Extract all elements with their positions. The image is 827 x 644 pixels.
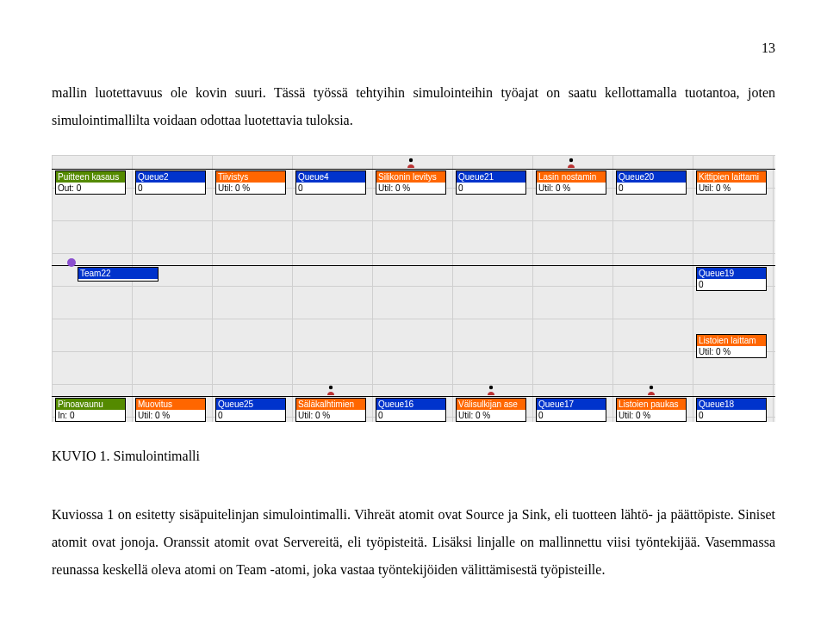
atom-label: Queue20 [617, 171, 686, 183]
atom-label: Queue2 [136, 171, 205, 183]
paragraph-intro: mallin luotettavuus ole kovin suuri. Täs… [52, 79, 775, 134]
atom-stat: Out: 0 [56, 183, 125, 194]
worker-icon [645, 384, 657, 396]
atom-queue2: Queue2 0 [135, 170, 206, 195]
atom-label: Queue4 [296, 171, 365, 183]
atom-server-valisulkijan: Välisulkijan ase Util: 0 % [456, 398, 526, 422]
atom-stat: Util: 0 % [376, 183, 445, 194]
simulation-diagram: Puitteen kasaus Out: 0 Queue2 0 Tiivisty… [52, 155, 775, 422]
atom-label: Säläkalhtimien [296, 399, 365, 410]
atom-label: Tiivistys [216, 171, 285, 183]
atom-label: Queue18 [697, 399, 766, 410]
atom-stat: 0 [136, 183, 205, 194]
worker-icon [485, 384, 497, 396]
atom-label: Queue16 [376, 399, 445, 410]
atom-stat [78, 279, 158, 281]
svg-point-4 [650, 386, 653, 389]
atom-queue19: Queue19 0 [696, 267, 767, 291]
atom-queue21: Queue21 0 [456, 170, 526, 195]
atom-stat: 0 [376, 410, 445, 421]
paragraph-body: Kuviossa 1 on esitetty sisäpuitelinjan s… [52, 501, 775, 584]
atom-server-kittipien: Kittipien laittami Util: 0 % [696, 170, 767, 195]
atom-label: Välisulkijan ase [457, 399, 525, 410]
atom-stat: Util: 0 % [136, 410, 205, 421]
atom-stat: 0 [457, 183, 525, 194]
svg-point-1 [569, 158, 573, 162]
atom-stat: Util: 0 % [457, 410, 525, 421]
atom-label: Listoien laittam [697, 335, 766, 346]
atom-queue18: Queue18 0 [696, 398, 767, 422]
team-dot-icon [67, 258, 76, 267]
atom-label: Lasin nostamin [537, 171, 606, 183]
atom-stat: 0 [617, 183, 686, 194]
atom-server-listoien-paukas: Listoien paukas Util: 0 % [616, 398, 687, 422]
atom-server-listoien-laittam: Listoien laittam Util: 0 % [696, 334, 767, 358]
atom-queue16: Queue16 0 [376, 398, 446, 422]
atom-server-salakalhtimien: Säläkalhtimien Util: 0 % [295, 398, 366, 422]
figure-caption: KUVIO 1. Simulointimalli [52, 443, 775, 470]
atom-stat: Util: 0 % [697, 346, 766, 357]
worker-icon [565, 157, 577, 169]
worker-icon [325, 384, 337, 396]
atom-queue25: Queue25 0 [215, 398, 286, 422]
atom-label: Muovitus [136, 399, 205, 410]
atom-stat: Util: 0 % [617, 410, 686, 421]
atom-label: Kittipien laittami [697, 171, 766, 183]
atom-label: Queue25 [216, 399, 285, 410]
atom-queue4: Queue4 0 [295, 170, 366, 195]
atom-label: Listoien paukas [617, 399, 686, 410]
atom-source-puitteen-kasaus: Puitteen kasaus Out: 0 [55, 170, 126, 195]
atom-label: Silikonin levitys [376, 171, 445, 183]
svg-point-3 [489, 386, 493, 389]
atom-server-muovitus: Muovitus Util: 0 % [135, 398, 206, 422]
atom-team22: Team22 [78, 267, 159, 282]
atom-label: Pinoavaunu [56, 399, 125, 410]
atom-stat: 0 [697, 410, 766, 421]
atom-stat: Util: 0 % [697, 183, 766, 194]
atom-label: Queue17 [537, 399, 606, 410]
svg-point-2 [329, 386, 333, 389]
atom-stat: In: 0 [56, 410, 125, 421]
atom-label: Queue19 [697, 268, 766, 279]
atom-stat: 0 [216, 410, 285, 421]
atom-stat: 0 [697, 279, 766, 290]
atom-stat: 0 [537, 410, 606, 421]
page-number: 13 [52, 34, 775, 62]
atom-sink-pinoavaunu: Pinoavaunu In: 0 [55, 398, 126, 422]
atom-server-silikonin-levitys: Silikonin levitys Util: 0 % [376, 170, 446, 195]
atom-label: Puitteen kasaus [56, 171, 125, 183]
atom-stat: Util: 0 % [296, 410, 365, 421]
atom-server-lasin-nostamin: Lasin nostamin Util: 0 % [536, 170, 606, 195]
atom-queue17: Queue17 0 [536, 398, 606, 422]
atom-server-tiivistys: Tiivistys Util: 0 % [215, 170, 286, 195]
worker-icon [405, 157, 417, 169]
atom-stat: Util: 0 % [537, 183, 606, 194]
atom-stat: 0 [296, 183, 365, 194]
svg-point-0 [409, 158, 413, 162]
atom-label: Queue21 [457, 171, 525, 183]
atom-stat: Util: 0 % [216, 183, 285, 194]
atom-queue20: Queue20 0 [616, 170, 687, 195]
atom-label: Team22 [78, 268, 158, 279]
